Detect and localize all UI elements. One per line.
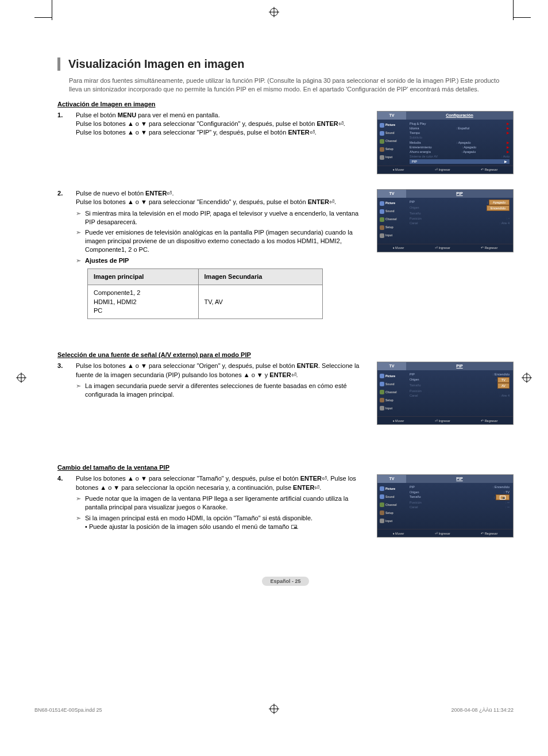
section-heading: Cambio del tamaño de la ventana PIP [57,464,514,471]
note: Puede ver emisiones de televisión analóg… [76,228,365,254]
registration-mark [270,705,278,713]
section-heading: Selección de una fuente de señal (A/V ex… [57,351,514,358]
pip-settings-table: Imagen principalImagen Secundaria Compon… [87,268,323,320]
pip-size-icon [291,525,297,529]
osd-screenshot-pip-tamano: TVPIP Picture Sound Channel Setup Input … [377,474,514,538]
doc-timestamp: 2008-04-08 ¿ÀÀü 11:34:22 [451,707,514,713]
step-4: Pulse los botones ▲ o ▼ para seleccionar… [57,474,365,531]
osd-screenshot-pip-onoff: TVPIP Picture Sound Channel Setup Input … [377,189,514,252]
intro-paragraph: Para mirar dos fuentes simultáneamente, … [57,76,514,94]
section-heading: Activación de Imagen en imagen [57,101,514,108]
step-list: Pulse el botón MENU para ver el menú en … [57,111,365,137]
osd-screenshot-pip-origen: TVPIP Picture Sound Channel Setup Input … [377,362,514,425]
page-title: Visualización Imagen en imagen [68,57,514,71]
page-content: Visualización Imagen en imagen Para mira… [0,0,548,707]
note: Si la imagen principal está en modo HDMI… [76,514,365,531]
note: Puede notar que la imagen de la ventana … [76,494,365,512]
doc-filename: BN68-01514E-00Spa.indd 25 [34,707,102,713]
note: Ajustes de PIP [76,256,365,265]
step-1: Pulse el botón MENU para ver el menú en … [57,111,365,137]
step-2: Pulse de nuevo el botón ENTER⏎. Pulse lo… [57,189,365,319]
note: Si mientras mira la televisión en el mod… [76,209,365,227]
osd-screenshot-configuracion: TVConfiguración Picture Sound Channel Se… [377,111,514,174]
page-number: Español - 25 [57,577,514,586]
step-3: Pulse los botones ▲ o ▼ para seleccionar… [57,362,365,398]
title-bar: Visualización Imagen en imagen [57,57,514,71]
note: La imagen secundaria puede servir a dife… [76,382,365,399]
